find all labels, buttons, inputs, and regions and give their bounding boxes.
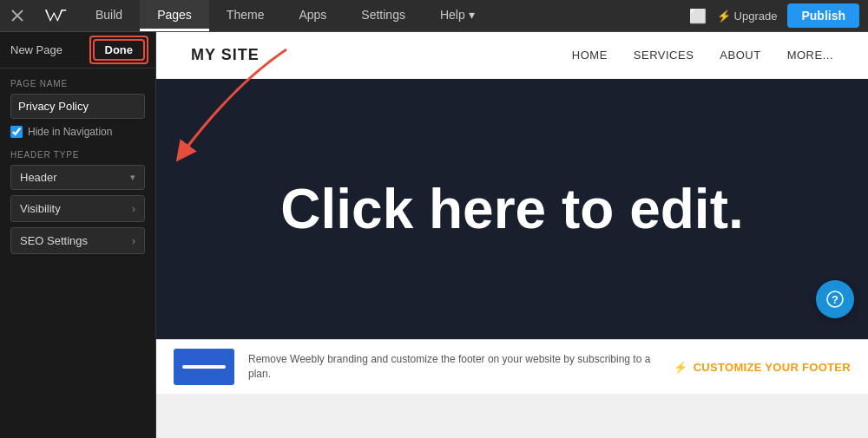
done-button-wrapper: Done: [93, 39, 146, 61]
customize-footer-button[interactable]: ⚡ CUSTOMIZE YOUR FOOTER: [674, 361, 851, 374]
site-navbar: MY SITE HOME SERVICES ABOUT MORE...: [156, 32, 868, 79]
customize-footer-label: CUSTOMIZE YOUR FOOTER: [694, 361, 851, 374]
chevron-right-icon-2: ›: [132, 235, 135, 247]
upgrade-button[interactable]: ⚡ Upgrade: [717, 10, 777, 23]
new-page-label: New Page: [10, 43, 62, 56]
header-type-label: HEADER TYPE: [10, 150, 145, 160]
lightning-icon: ⚡: [674, 361, 687, 374]
weebly-logo: [35, 7, 78, 24]
done-button[interactable]: Done: [93, 39, 146, 61]
help-icon-button[interactable]: ?: [816, 280, 854, 318]
sidebar-content: PAGE NAME Hide in Navigation HEADER TYPE…: [0, 69, 155, 438]
tab-settings[interactable]: Settings: [344, 0, 423, 31]
preview-area: MY SITE HOME SERVICES ABOUT MORE... Clic…: [156, 32, 868, 438]
visibility-label: Visibility: [20, 202, 61, 215]
close-button[interactable]: [0, 9, 35, 23]
tab-theme[interactable]: Theme: [209, 0, 282, 31]
hide-nav-label: Hide in Navigation: [28, 126, 112, 138]
seo-settings-row[interactable]: SEO Settings ›: [10, 227, 145, 254]
site-nav-links: HOME SERVICES ABOUT MORE...: [572, 49, 833, 62]
nav-right: ⬜ ⚡ Upgrade Publish: [689, 3, 868, 28]
chevron-down-icon: ▾: [130, 172, 135, 183]
site-nav-services[interactable]: SERVICES: [634, 49, 694, 62]
site-nav-home[interactable]: HOME: [572, 49, 608, 62]
visibility-row[interactable]: Visibility ›: [10, 195, 145, 222]
tab-apps[interactable]: Apps: [281, 0, 344, 31]
tab-build[interactable]: Build: [78, 0, 140, 31]
page-name-input[interactable]: [10, 94, 145, 119]
tab-help[interactable]: Help ▾: [423, 0, 492, 31]
site-logo: MY SITE: [191, 46, 260, 64]
chevron-right-icon: ›: [132, 203, 135, 215]
footer-image-inner: [182, 365, 226, 369]
hero-area[interactable]: Click here to edit. ?: [156, 79, 868, 339]
header-dropdown-value: Header: [20, 171, 57, 184]
footer-promo-text: Remove Weebly branding and customize the…: [248, 352, 660, 382]
top-nav: Build Pages Theme Apps Settings Help ▾ ⬜…: [0, 0, 868, 32]
seo-settings-label: SEO Settings: [20, 234, 88, 247]
footer-thumbnail: [174, 349, 234, 385]
hide-nav-row: Hide in Navigation: [10, 126, 145, 138]
page-name-label: PAGE NAME: [10, 79, 145, 88]
tab-pages[interactable]: Pages: [140, 0, 209, 31]
main-layout: New Page Done PAGE NAME Hide in Navigati…: [0, 32, 868, 438]
sidebar-header: New Page Done: [0, 32, 155, 69]
site-nav-more[interactable]: MORE...: [787, 49, 833, 62]
publish-button[interactable]: Publish: [787, 3, 859, 28]
nav-tabs: Build Pages Theme Apps Settings Help ▾: [78, 0, 689, 31]
footer-bar: Remove Weebly branding and customize the…: [156, 339, 868, 394]
header-dropdown[interactable]: Header ▾: [10, 165, 145, 190]
sidebar: New Page Done PAGE NAME Hide in Navigati…: [0, 32, 156, 438]
site-nav-about[interactable]: ABOUT: [720, 49, 760, 62]
hero-text: Click here to edit.: [280, 179, 743, 239]
display-icon[interactable]: ⬜: [689, 8, 707, 24]
hide-nav-checkbox[interactable]: [10, 126, 23, 138]
svg-text:?: ?: [832, 293, 838, 306]
